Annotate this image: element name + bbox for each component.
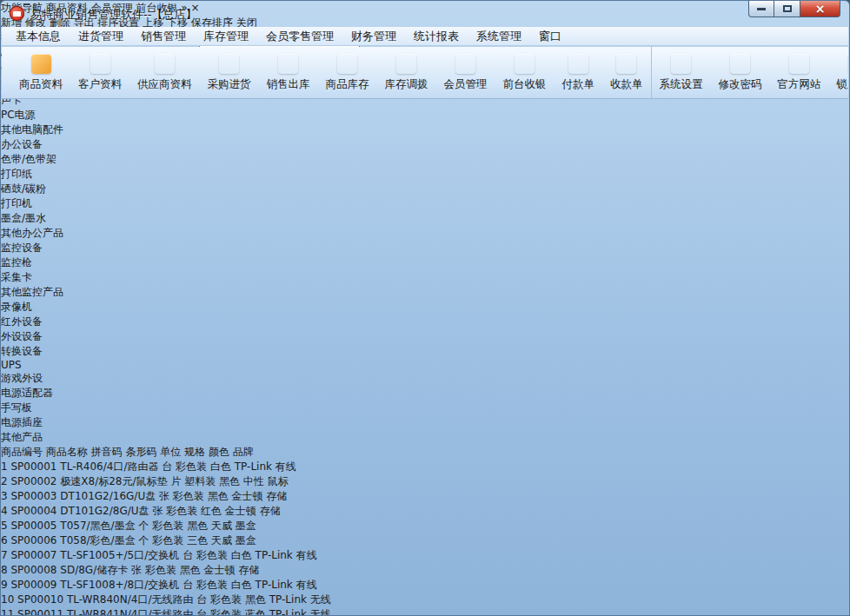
table-row[interactable]: 3 SP00003 DT101G2/16G/U盘 张 彩色装 黑色 金士顿 存储 <box>1 489 849 504</box>
table-row[interactable]: 8 SP00008 SD/8G/储存卡 张 彩色装 黑色 金士顿 存储 <box>1 563 849 578</box>
brand-cell: TP-Link <box>269 593 307 606</box>
column-header[interactable]: 条形码 <box>125 446 156 458</box>
tree-node-label: 墨盒/墨水 <box>1 212 46 224</box>
table-row[interactable]: 11 SP00011 TL-WR841N/4口/无线路由 台 彩色装 蓝色 TP… <box>1 607 849 616</box>
tree-node[interactable]: 采集卡 <box>1 270 849 285</box>
unit-cell: 台 <box>183 549 193 561</box>
unit-cell: 张 <box>131 564 142 576</box>
toolbar-button[interactable]: 付款单 <box>554 47 603 98</box>
tree-node[interactable]: 手写板 <box>1 401 849 415</box>
tree-node-label: 办公设备 <box>1 138 43 150</box>
toolbar-button[interactable]: 前台收银 <box>495 47 554 98</box>
toolbar-button[interactable]: 客户资料 <box>70 47 129 98</box>
toolbar-button-icon <box>278 54 298 74</box>
table-row[interactable]: 4 SP00004 DT101G2/8G/U盘 张 彩色装 红色 金士顿 存储 <box>1 504 849 519</box>
toolbar-button-icon <box>730 54 750 74</box>
table-row[interactable]: 7 SP00007 TL-SF1005+/5口/交换机 台 彩色装 白色 TP-… <box>1 548 849 563</box>
toolbar-button[interactable]: 供应商资料 <box>129 47 200 98</box>
column-header[interactable]: 品牌 <box>233 446 254 458</box>
tree-node[interactable]: 色带/色带架 <box>1 152 849 167</box>
tree-node[interactable]: 电源插座 <box>1 415 849 430</box>
toolbar-button-icon <box>616 54 636 74</box>
table-row[interactable]: 9 SP00009 TL-SF1008+/8口/交换机 台 彩色装 白色 TP-… <box>1 578 849 593</box>
menu-item[interactable]: 统计报表 <box>405 27 468 46</box>
toolbar-button-label: 锁定系统 <box>837 77 849 92</box>
packing-cell: 彩色装 <box>152 520 183 532</box>
tree-node[interactable]: 监控设备 <box>1 241 849 255</box>
unit-cell: 个 <box>138 534 149 546</box>
tree-node[interactable]: 监控枪 <box>1 255 849 270</box>
tree-node-label: 红外设备 <box>1 315 43 328</box>
toolbar-button[interactable]: 库存调拨 <box>377 47 436 98</box>
tree-node[interactable]: 转换设备 <box>1 344 849 359</box>
tree-node[interactable]: 办公设备 <box>1 137 849 152</box>
tree-node[interactable]: 外设设备 <box>1 329 849 344</box>
tree-node-label: 色带/色带架 <box>1 153 56 165</box>
maximize-button[interactable] <box>774 1 800 17</box>
extra-cell: 有线 <box>296 579 317 591</box>
title-bar[interactable]: 易特商业销售管理软件--【总店】 × <box>1 1 849 27</box>
column-header[interactable]: 单位 <box>160 446 181 458</box>
menu-item[interactable]: 销售管理 <box>132 27 195 46</box>
toolbar-button[interactable]: 商品库存 <box>318 47 377 98</box>
product-code-cell: SP00010 <box>17 593 63 606</box>
toolbar-button-label: 商品资料 <box>19 77 63 92</box>
row-number-cell: 1 <box>1 460 8 473</box>
toolbar-button-icon <box>155 54 175 74</box>
menu-item[interactable]: 系统管理 <box>468 27 530 46</box>
toolbar-button[interactable]: 系统设置 <box>651 47 711 98</box>
menu-item[interactable]: 窗口 <box>530 27 570 46</box>
menu-item[interactable]: 进货管理 <box>70 27 132 46</box>
unit-cell: 个 <box>138 520 149 532</box>
column-header[interactable]: 商品名称 <box>46 446 88 458</box>
tree-node[interactable]: 其他电脑配件 <box>1 123 849 137</box>
table-row[interactable]: 2 SP00002 极速X8/标28元/鼠标垫 片 塑料装 黑色 中性 鼠标 <box>1 474 849 489</box>
tree-node[interactable]: 硒鼓/碳粉 <box>1 182 849 196</box>
table-row[interactable]: 6 SP00006 T058/彩色/墨盒 个 彩色装 三色 天威 墨盒 <box>1 533 849 548</box>
menu-bar: 基本信息 进货管理 销售管理 库存管理 会员零售管理 财务管理 统计报表 系统管… <box>2 27 848 46</box>
extra-cell: 墨盒 <box>236 534 256 546</box>
tree-node[interactable]: 其他办公产品 <box>1 226 849 241</box>
unit-cell: 台 <box>196 593 207 606</box>
toolbar-button[interactable]: 采购进货 <box>200 47 259 98</box>
tree-node[interactable]: 墨盒/墨水 <box>1 211 849 226</box>
menu-item[interactable]: 库存管理 <box>195 27 257 46</box>
brand-cell: 金士顿 <box>232 490 263 502</box>
toolbar-button[interactable]: 商品资料 <box>11 47 70 98</box>
toolbar-button[interactable]: 修改密码 <box>711 47 770 98</box>
table-row[interactable]: 1 SP00001 TL-R406/4口/路由器 台 彩色装 白色 TP-Lin… <box>1 460 849 474</box>
column-header[interactable]: 颜色 <box>209 446 229 458</box>
category-tree: 键鼠套装 散热系统 鼠标垫 <box>1 49 849 445</box>
column-header[interactable]: 拼音码 <box>91 446 123 458</box>
maximize-icon <box>783 5 792 12</box>
tree-node[interactable]: 打印纸 <box>1 167 849 182</box>
table-row[interactable]: 10 SP00010 TL-WR840N/4口/无线路由 台 彩色装 黑色 TP… <box>1 593 849 607</box>
tree-node[interactable]: UPS <box>1 359 849 371</box>
tree-node[interactable]: 其他监控产品 <box>1 285 849 300</box>
tree-node[interactable]: 录像机 <box>1 300 849 315</box>
toolbar-button[interactable]: 锁定系统 <box>829 47 849 98</box>
table-row[interactable]: 5 SP00005 T057/黑色/墨盒 个 彩色装 黑色 天威 墨盒 <box>1 519 849 533</box>
minimize-button[interactable] <box>748 1 774 17</box>
tree-node[interactable]: PC电源 <box>1 108 849 123</box>
tree-node[interactable]: 电源适配器 <box>1 386 849 401</box>
toolbar-button[interactable]: 销售出库 <box>259 47 318 98</box>
packing-cell: 彩色装 <box>173 490 204 502</box>
toolbar-button[interactable]: 官方网站 <box>770 47 829 98</box>
tree-node[interactable]: 打印机 <box>1 196 849 211</box>
tree-node-label: 电源适配器 <box>1 387 53 399</box>
close-button[interactable]: × <box>800 1 840 17</box>
toolbar-button[interactable]: 会员管理 <box>436 47 495 98</box>
toolbar-button[interactable]: 收款单 <box>602 47 651 98</box>
column-header[interactable]: 规格 <box>184 446 205 458</box>
menu-item[interactable]: 财务管理 <box>342 27 405 46</box>
menu-item[interactable]: 基本信息 <box>7 27 70 46</box>
column-header[interactable]: 商品编号 <box>1 446 43 458</box>
product-table-panel: 商品编号 商品名称 拼音码 条形码 单位 规格 颜色 品牌 <box>1 445 849 616</box>
tree-node-label: 游戏外设 <box>1 372 43 384</box>
tree-node[interactable]: 红外设备 <box>1 315 849 329</box>
tree-node[interactable]: 其他产品 <box>1 430 849 445</box>
tree-node[interactable]: 游戏外设 <box>1 371 849 386</box>
toolbar-button-icon <box>568 54 588 74</box>
menu-item[interactable]: 会员零售管理 <box>257 27 342 46</box>
